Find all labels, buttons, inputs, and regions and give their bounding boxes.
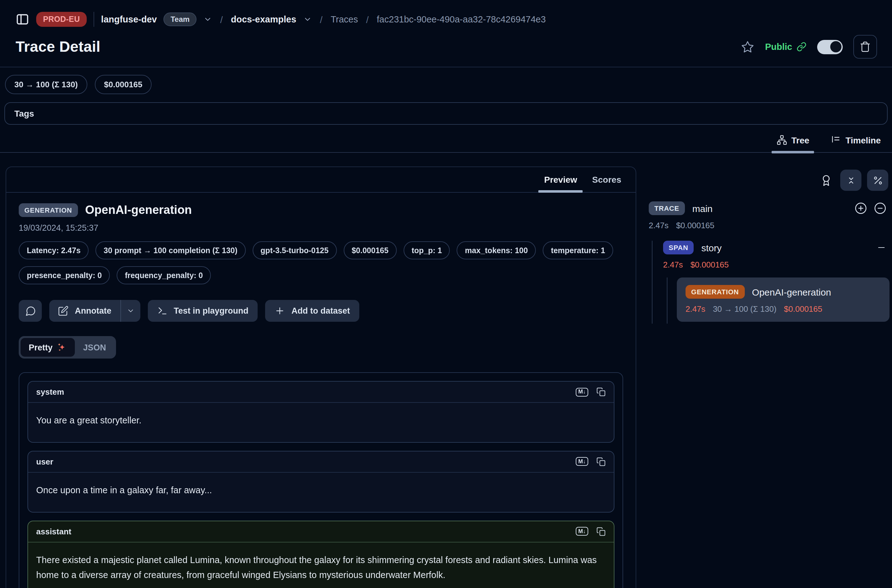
zoom-out-icon[interactable]: [874, 202, 886, 214]
test-in-playground-button[interactable]: Test in playground: [147, 300, 258, 322]
annotation-queue-icon[interactable]: [820, 174, 835, 186]
user-message: user M↓ Once upon a time in a galaxy far…: [27, 451, 614, 513]
presence-penalty-badge: presence_penalty: 0: [19, 266, 110, 284]
tab-preview[interactable]: Preview: [538, 173, 584, 192]
toggle-knob: [830, 41, 841, 52]
pretty-label: Pretty: [29, 343, 53, 352]
json-view-button[interactable]: JSON: [75, 338, 114, 356]
observation-type-badge: GENERATION: [19, 203, 78, 217]
annotate-label: Annotate: [75, 306, 111, 315]
trace-metrics-row: 30 → 100 (Σ 130) $0.000165: [5, 75, 892, 94]
star-icon[interactable]: [741, 40, 754, 53]
content-area: Preview Scores GENERATION OpenAI-generat…: [0, 166, 892, 588]
tab-scores[interactable]: Scores: [586, 173, 628, 192]
trace-type-badge: TRACE: [649, 201, 685, 215]
fold-vertical-icon: [845, 175, 856, 186]
public-label: Public: [765, 42, 792, 52]
span-cost: $0.000165: [691, 260, 729, 269]
trace-detail-page: PROD-EU langfuse-dev Team / docs-example…: [0, 0, 892, 588]
chevron-down-icon[interactable]: [303, 15, 312, 24]
annotate-pen-icon: [58, 306, 69, 316]
public-toggle[interactable]: [817, 40, 843, 54]
trace-node[interactable]: TRACE main: [649, 201, 889, 215]
copy-icon[interactable]: [596, 457, 606, 466]
org-plan-badge: Team: [164, 12, 197, 26]
tab-timeline-label: Timeline: [845, 135, 881, 145]
panel-tabs: Preview Scores: [6, 167, 636, 193]
environment-badge[interactable]: PROD-EU: [36, 12, 87, 27]
breadcrumb: PROD-EU langfuse-dev Team / docs-example…: [0, 0, 892, 28]
markdown-toggle-icon[interactable]: M↓: [576, 458, 588, 466]
tree-toolbar: [649, 170, 889, 191]
span-latency: 2.47s: [663, 260, 683, 269]
top-p-badge: top_p: 1: [404, 241, 450, 260]
assistant-message: assistant M↓ There existed a majestic pl…: [27, 520, 614, 588]
add-to-dataset-button[interactable]: Add to dataset: [266, 300, 360, 322]
param-badges-row-2: presence_penalty: 0 frequency_penalty: 0: [19, 266, 623, 284]
cost-badge: $0.000165: [343, 241, 396, 260]
annotate-dropdown-button[interactable]: [121, 300, 140, 322]
tags-input[interactable]: Tags: [5, 102, 887, 125]
messages-container: system M↓ You are a great storyteller.: [19, 372, 623, 588]
annotate-split-button: Annotate: [49, 300, 140, 322]
percent-icon: [872, 175, 883, 186]
collapse-all-button[interactable]: [840, 170, 862, 191]
page-title: Trace Detail: [16, 38, 101, 56]
generation-node-selected[interactable]: GENERATION OpenAI-generation 2.47s 30 → …: [677, 278, 889, 322]
chevron-down-icon: [126, 307, 134, 315]
timeline-icon: [830, 135, 841, 145]
trace-latency: 2.47s: [649, 221, 669, 230]
sidebar-toggle-icon[interactable]: [16, 12, 29, 26]
trace-cost: $0.000165: [676, 221, 715, 230]
observation-timestamp: 19/03/2024, 15:25:37: [19, 223, 623, 232]
latency-badge: Latency: 2.47s: [19, 241, 89, 260]
message-header: user M↓: [28, 452, 614, 472]
toggle-percentages-button[interactable]: [867, 170, 888, 191]
zoom-in-icon[interactable]: [854, 202, 867, 214]
plus-icon: [275, 306, 285, 316]
message-content: There existed a majestic planet called L…: [28, 543, 614, 588]
breadcrumb-trace-id: fac231bc-90ee-490a-aa32-78c4269474e3: [377, 14, 546, 24]
message-actions: M↓: [576, 527, 606, 536]
generation-tokens: 30 → 100 (Σ 130): [713, 304, 776, 314]
breadcrumb-org[interactable]: langfuse-dev: [101, 14, 157, 24]
tree-zoom-controls: [854, 202, 889, 214]
generation-cost: $0.000165: [784, 304, 823, 314]
minus-icon[interactable]: [876, 243, 886, 252]
page-header: Trace Detail Public: [0, 28, 892, 67]
span-collapse-control: [876, 243, 889, 252]
copy-icon[interactable]: [596, 527, 606, 536]
delete-trace-button[interactable]: [853, 35, 877, 58]
message-content: Once upon a time in a galaxy far, far aw…: [28, 472, 614, 512]
generation-type-badge: GENERATION: [686, 285, 745, 298]
add-to-dataset-label: Add to dataset: [291, 306, 350, 315]
system-message: system M↓ You are a great storyteller.: [27, 381, 614, 443]
comment-icon: [25, 305, 36, 316]
message-header: system M↓: [28, 382, 614, 403]
span-node[interactable]: SPAN story: [663, 241, 889, 254]
panel-body: GENERATION OpenAI-generation 19/03/2024,…: [6, 193, 636, 588]
markdown-toggle-icon[interactable]: M↓: [576, 527, 588, 536]
trace-token-usage-badge: 30 → 100 (Σ 130): [5, 75, 87, 94]
tab-tree[interactable]: Tree: [771, 135, 814, 152]
markdown-toggle-icon[interactable]: M↓: [576, 387, 588, 396]
public-share-link[interactable]: Public: [765, 42, 806, 52]
copy-icon[interactable]: [596, 387, 606, 397]
max-tokens-badge: max_tokens: 100: [457, 241, 536, 260]
breadcrumb-project[interactable]: docs-examples: [231, 14, 296, 24]
tree-icon: [776, 135, 787, 145]
pretty-view-button[interactable]: Pretty: [21, 338, 75, 357]
breadcrumb-section[interactable]: Traces: [330, 14, 358, 24]
format-toggle: Pretty JSON: [19, 336, 116, 358]
link-icon: [797, 42, 806, 52]
comments-button[interactable]: [19, 300, 42, 322]
annotate-button[interactable]: Annotate: [49, 300, 120, 322]
trash-icon: [860, 41, 871, 52]
chevron-down-icon[interactable]: [203, 15, 212, 24]
test-in-playground-label: Test in playground: [174, 306, 249, 315]
action-buttons-row: Annotate Test in playground: [19, 300, 623, 322]
tab-timeline[interactable]: Timeline: [826, 135, 886, 152]
param-badges-row-1: Latency: 2.47s 30 prompt → 100 completio…: [19, 241, 623, 260]
trace-cost-badge: $0.000165: [95, 75, 152, 94]
temperature-badge: temperature: 1: [543, 241, 613, 260]
